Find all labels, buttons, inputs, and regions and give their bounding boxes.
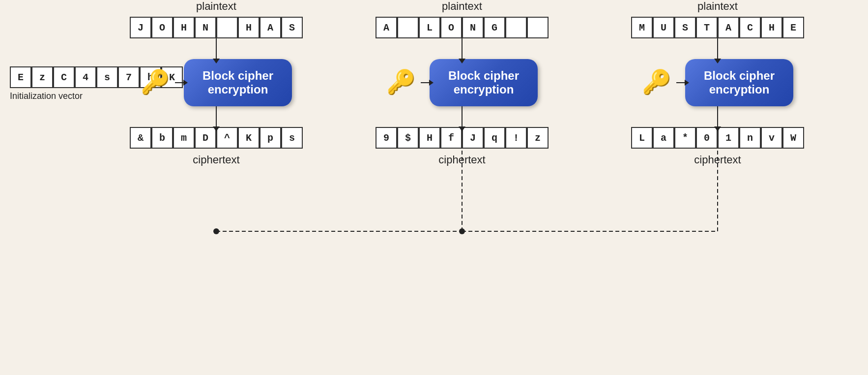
col3-ct-L: L xyxy=(631,127,653,149)
col1-pt-N: N xyxy=(195,17,216,38)
col2-pt-N: N xyxy=(462,17,484,38)
col1-pt-O: O xyxy=(151,17,173,38)
col2-cipher-box: Block cipher encryption xyxy=(430,59,538,106)
col2-pt-sp1 xyxy=(397,17,419,38)
col1-plaintext-chars: J O H N H A S xyxy=(130,17,303,38)
svg-point-2 xyxy=(213,228,219,234)
col3-ct-v: v xyxy=(761,127,782,149)
col1-ciphertext-label: ciphertext xyxy=(193,154,239,166)
col3-pt-E: E xyxy=(782,17,804,38)
col2-pt-O: O xyxy=(440,17,462,38)
col1-cipher-box: Block cipher encryption xyxy=(184,59,292,106)
diagram-container: E z C 4 s 7 h K Initialization vector pl… xyxy=(0,0,868,375)
col2-pt-A: A xyxy=(376,17,397,38)
col3-ct-star: * xyxy=(674,127,696,149)
column-3: plaintext M U S T A C H E 🔑 Block cipher… xyxy=(624,0,811,170)
iv-char-s: s xyxy=(96,66,118,88)
col3-key-icon: 🔑 xyxy=(642,68,671,97)
col2-ct-9: 9 xyxy=(376,127,397,149)
col1-ct-b: b xyxy=(151,127,173,149)
col1-key-icon: 🔑 xyxy=(141,68,170,97)
col2-pt-L: L xyxy=(419,17,440,38)
column-2: plaintext A L O N G 🔑 Block cipher encry… xyxy=(369,0,555,170)
col1-ct-s: s xyxy=(281,127,303,149)
col1-plaintext-label: plaintext xyxy=(196,0,236,13)
col2-pt-sp2 xyxy=(505,17,527,38)
col2-ct-H: H xyxy=(419,127,440,149)
col3-pt-H: H xyxy=(761,17,782,38)
col2-cipher-row: 🔑 Block cipher encryption xyxy=(386,59,538,106)
col3-plaintext-chars: M U S T A C H E xyxy=(631,17,804,38)
col1-ct-amp: & xyxy=(130,127,151,149)
iv-label: Initialization vector xyxy=(10,91,83,101)
col2-ct-excl: ! xyxy=(505,127,527,149)
col2-key-icon: 🔑 xyxy=(386,68,416,97)
col3-ciphertext-label: ciphertext xyxy=(694,154,741,166)
col1-ct-m: m xyxy=(173,127,195,149)
col2-pt-sp3 xyxy=(527,17,549,38)
col1-pt-A: A xyxy=(260,17,281,38)
col3-ct-n: n xyxy=(739,127,761,149)
col1-pt-H: H xyxy=(173,17,195,38)
col2-ct-z: z xyxy=(527,127,549,149)
col3-pt-A: A xyxy=(718,17,739,38)
col3-pt-S: S xyxy=(674,17,696,38)
col3-ct-W: W xyxy=(782,127,804,149)
col1-pt-J: J xyxy=(130,17,151,38)
iv-char-4: 4 xyxy=(75,66,96,88)
col2-ct-dollar: $ xyxy=(397,127,419,149)
col3-cipher-box: Block cipher encryption xyxy=(685,59,793,106)
col1-pt-H2: H xyxy=(238,17,260,38)
col3-plaintext-label: plaintext xyxy=(697,0,738,13)
col1-cipher-row: 🔑 Block cipher encryption xyxy=(141,59,292,106)
col1-ct-p: p xyxy=(260,127,281,149)
col3-pt-M: M xyxy=(631,17,653,38)
iv-char-E: E xyxy=(10,66,31,88)
iv-char-C: C xyxy=(53,66,75,88)
col1-pt-S: S xyxy=(281,17,303,38)
column-1: plaintext J O H N H A S 🔑 Block cipher e… xyxy=(123,0,310,170)
col2-ct-q: q xyxy=(484,127,505,149)
iv-char-z: z xyxy=(31,66,53,88)
svg-point-6 xyxy=(459,228,465,234)
col3-ct-a: a xyxy=(653,127,674,149)
col2-pt-G: G xyxy=(484,17,505,38)
col3-cipher-row: 🔑 Block cipher encryption xyxy=(642,59,793,106)
col2-plaintext-chars: A L O N G xyxy=(376,17,549,38)
col2-ciphertext-label: ciphertext xyxy=(438,154,485,166)
col3-pt-C: C xyxy=(739,17,761,38)
col3-pt-U: U xyxy=(653,17,674,38)
col1-pt-sp xyxy=(216,17,238,38)
col2-plaintext-label: plaintext xyxy=(442,0,482,13)
col3-pt-T: T xyxy=(696,17,718,38)
col1-ct-K: K xyxy=(238,127,260,149)
